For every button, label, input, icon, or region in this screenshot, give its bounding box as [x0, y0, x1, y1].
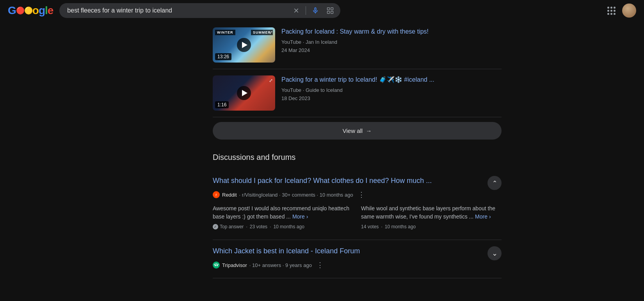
- reddit-icon: r: [213, 191, 220, 198]
- answer-footer-2: 14 votes · 10 months ago: [361, 224, 502, 229]
- svg-point-5: [217, 265, 218, 267]
- top-answer-badge: ✓ Top answer: [213, 224, 244, 229]
- expand-icon-2[interactable]: ⤢: [269, 78, 273, 83]
- more-link-1[interactable]: More ›: [292, 213, 308, 220]
- google-apps-button[interactable]: [604, 4, 618, 18]
- apps-grid-icon: [607, 7, 616, 15]
- video-duration-2: 1:16: [215, 101, 229, 108]
- chevron-up-icon: [492, 179, 497, 187]
- view-all-button[interactable]: View all →: [213, 122, 502, 140]
- video-thumbnail-2[interactable]: ⤢ 1:16: [213, 75, 275, 111]
- header-right: [604, 4, 636, 18]
- video-result-1: WINTER SUMMER ⤢ 13:26 Packing for Icelan…: [213, 21, 502, 69]
- discussions-title: Discussions and forums: [213, 149, 502, 162]
- search-icons: [291, 5, 336, 16]
- voice-search-button[interactable]: [310, 5, 321, 16]
- answer-text-2: While wool and synthetic base layers per…: [361, 204, 502, 221]
- image-search-button[interactable]: [325, 5, 336, 16]
- source-meta-2: · 10+ answers · 9 years ago: [249, 262, 312, 268]
- play-button-1[interactable]: [237, 38, 251, 52]
- video-channel-1: Jan In Iceland: [306, 39, 337, 45]
- answer-footer-1: ✓ Top answer · 23 votes · 10 months ago: [213, 224, 353, 229]
- svg-rect-1: [331, 8, 333, 10]
- video-info-2: Packing for a winter trip to Iceland! 🧳✈…: [281, 75, 502, 111]
- video-result-2: ⤢ 1:16 Packing for a winter trip to Icel…: [213, 69, 502, 117]
- video-date-1: 24 Mar 2024: [281, 47, 310, 53]
- video-meta-1: YouTube · Jan In Iceland 24 Mar 2024: [281, 38, 502, 55]
- arrow-right-icon: →: [366, 127, 372, 134]
- source-name-2: Tripadvisor: [222, 262, 247, 268]
- google-logo[interactable]: G🔴🟡ogle: [8, 4, 53, 17]
- play-button-2[interactable]: [237, 86, 251, 100]
- main-content: WINTER SUMMER ⤢ 13:26 Packing for Icelan…: [135, 21, 509, 294]
- more-options-button-1[interactable]: ⋮: [356, 190, 367, 200]
- tripadvisor-icon: [213, 262, 220, 269]
- view-all-container: View all →: [213, 117, 502, 149]
- source-name-1: Reddit: [222, 192, 237, 198]
- discussions-section: Discussions and forums What should I pac…: [213, 149, 502, 278]
- answer-1: Awesome post! I would also recommend uni…: [213, 204, 353, 229]
- collapse-button-2[interactable]: [487, 246, 502, 260]
- video-source-1: YouTube: [281, 39, 301, 45]
- chevron-down-icon: [492, 249, 498, 258]
- clear-search-button[interactable]: [291, 5, 302, 16]
- video-duration-1: 13:26: [215, 53, 231, 60]
- answer-age-2: 10 months ago: [385, 224, 416, 229]
- answer-votes-count-1: 23 votes: [250, 224, 267, 229]
- svg-point-7: [218, 264, 219, 265]
- collapse-button-1[interactable]: [487, 176, 502, 190]
- search-bar-wrapper: best fleeces for a winter trip to icelan…: [59, 3, 340, 18]
- discussion-source-1: r Reddit · r/VisitingIceland · 30+ comme…: [213, 190, 502, 200]
- top-answer-label: Top answer: [220, 224, 244, 229]
- svg-rect-0: [327, 8, 330, 10]
- answer-votes-1: ·: [246, 224, 247, 229]
- play-icon-1: [242, 42, 247, 48]
- more-link-2[interactable]: More ›: [475, 213, 491, 220]
- discussion-source-2: Tripadvisor · 10+ answers · 9 years ago …: [213, 260, 502, 270]
- video-info-1: Packing for Iceland : Stay warm & dry wi…: [281, 27, 502, 63]
- more-options-button-2[interactable]: ⋮: [314, 260, 326, 270]
- svg-rect-2: [327, 11, 330, 14]
- video-title-2[interactable]: Packing for a winter trip to Iceland! 🧳✈…: [281, 75, 502, 84]
- video-thumbnail-1[interactable]: WINTER SUMMER ⤢ 13:26: [213, 27, 275, 63]
- video-meta-2: YouTube · Guide to Iceland 18 Dec 2023: [281, 86, 502, 103]
- svg-point-6: [214, 264, 215, 265]
- video-date-2: 18 Dec 2023: [281, 95, 310, 101]
- answer-text-1: Awesome post! I would also recommend uni…: [213, 204, 353, 221]
- video-channel-2: Guide to Iceland: [306, 87, 343, 93]
- discussion-item-2: Which Jacket is best in Iceland - Icelan…: [213, 240, 502, 278]
- discussion-answers-1: Awesome post! I would also recommend uni…: [213, 204, 502, 229]
- expand-icon-1[interactable]: ⤢: [269, 30, 273, 35]
- discussion-title-2[interactable]: Which Jacket is best in Iceland - Icelan…: [213, 246, 502, 256]
- discussion-title-1[interactable]: What should I pack for Iceland? What clo…: [213, 176, 502, 186]
- answer-votes-count-2: 14 votes: [361, 224, 379, 229]
- play-icon-2: [242, 90, 247, 96]
- video-source-2: YouTube: [281, 87, 301, 93]
- source-subreddit-1: · r/VisitingIceland · 30+ comments · 10 …: [239, 192, 353, 198]
- video-title-1[interactable]: Packing for Iceland : Stay warm & dry wi…: [281, 27, 502, 36]
- thumbnail-label-winter: WINTER: [215, 30, 235, 35]
- answer-age-1: 10 months ago: [273, 224, 304, 229]
- svg-rect-3: [331, 11, 333, 14]
- account-avatar[interactable]: [622, 4, 636, 18]
- answer-2: While wool and synthetic base layers per…: [361, 204, 502, 229]
- header: G🔴🟡ogle best fleeces for a winter trip t…: [0, 0, 644, 21]
- discussion-item-1: What should I pack for Iceland? What clo…: [213, 170, 502, 240]
- view-all-label: View all: [343, 127, 363, 134]
- check-icon: ✓: [213, 224, 218, 229]
- svg-point-4: [215, 265, 216, 267]
